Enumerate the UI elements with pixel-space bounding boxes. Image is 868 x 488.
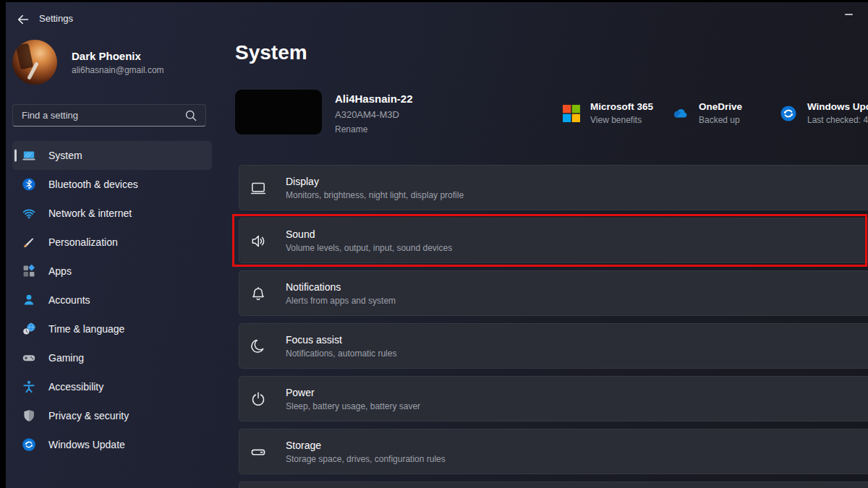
sidebar-item-personalization[interactable]: Personalization: [12, 228, 212, 257]
personalization-icon: [22, 235, 36, 249]
settings-row-display[interactable]: Display Monitors, brightness, night ligh…: [239, 165, 868, 210]
search-input[interactable]: [13, 110, 184, 121]
settings-row-title: Notifications: [286, 281, 396, 293]
header-link-microsoft-365[interactable]: Microsoft 365 View benefits: [563, 101, 653, 125]
settings-window: Settings Dark Phoenix ali6hasnain@gmail.…: [6, 2, 868, 488]
settings-row-title: Power: [286, 387, 420, 398]
profile-email: ali6hasnain@gmail.com: [72, 65, 164, 75]
settings-row-notifications[interactable]: Notifications Alerts from apps and syste…: [239, 270, 868, 316]
focus-assist-row-icon: [250, 338, 267, 355]
back-arrow-icon: [16, 12, 30, 27]
sidebar-item-label: Apps: [48, 265, 72, 277]
settings-row-partial[interactable]: [239, 481, 868, 488]
settings-row-title: Sound: [286, 228, 452, 240]
settings-row-subtitle: Storage space, drives, configuration rul…: [286, 454, 446, 464]
sidebar-item-windows-update[interactable]: Windows Update: [12, 430, 212, 459]
onedrive-icon: [671, 105, 689, 122]
bluetooth-icon: [22, 177, 36, 192]
sidebar-item-label: Network & internet: [48, 207, 132, 219]
sidebar-item-label: Time & language: [48, 323, 124, 335]
settings-row-title: Display: [286, 176, 464, 187]
sidebar-item-gaming[interactable]: Gaming: [12, 343, 212, 372]
notifications-row-icon: [250, 285, 267, 302]
settings-row-subtitle: Alerts from apps and system: [286, 296, 396, 306]
storage-row-icon: [250, 443, 267, 461]
settings-row-subtitle: Notifications, automatic rules: [286, 348, 396, 359]
profile-name: Dark Phoenix: [72, 50, 164, 62]
apps-icon: [22, 264, 36, 278]
accessibility-icon: [22, 380, 36, 394]
header-link-subtitle: Backed up: [699, 115, 742, 125]
header-link-subtitle: View benefits: [590, 115, 653, 125]
search-box[interactable]: [12, 104, 206, 127]
settings-row-power[interactable]: Power Sleep, battery usage, battery save…: [239, 376, 868, 421]
minimize-icon: [845, 14, 853, 15]
header-link-title: Microsoft 365: [590, 101, 653, 112]
sidebar-item-label: System: [48, 150, 82, 161]
power-row-icon: [250, 390, 267, 408]
settings-row-subtitle: Volume levels, output, input, sound devi…: [286, 243, 452, 253]
sidebar-item-accessibility[interactable]: Accessibility: [12, 372, 212, 401]
settings-row-title: Storage: [286, 440, 446, 451]
settings-row-subtitle: Monitors, brightness, night light, displ…: [286, 190, 464, 200]
accounts-icon: [22, 293, 36, 307]
avatar: [12, 40, 57, 85]
sidebar-item-label: Accounts: [48, 294, 90, 306]
app-title: Settings: [39, 13, 73, 24]
page-title: System: [235, 41, 307, 64]
sound-row-icon: [250, 232, 267, 249]
selection-indicator: [14, 150, 17, 162]
search-icon: [184, 108, 198, 123]
minimize-button[interactable]: [833, 5, 864, 24]
sidebar-nav: System Bluetooth & devices Network & int…: [12, 141, 212, 459]
settings-row-storage[interactable]: Storage Storage space, drives, configura…: [239, 429, 868, 474]
device-header: Ali4Hasnain-22 A320AM4-M3D Rename: [235, 90, 413, 134]
windows-update-icon: [780, 105, 797, 122]
user-profile[interactable]: Dark Phoenix ali6hasnain@gmail.com: [12, 40, 164, 85]
gaming-icon: [22, 351, 36, 365]
sidebar-item-time-and-language[interactable]: Time & language: [12, 314, 212, 343]
sidebar-item-label: Personalization: [48, 236, 118, 248]
header-link-onedrive[interactable]: OneDrive Backed up: [671, 101, 742, 125]
header-link-subtitle: Last checked: 4: [807, 115, 868, 125]
sidebar-item-privacy-and-security[interactable]: Privacy & security: [12, 401, 212, 430]
sidebar-item-label: Gaming: [48, 352, 84, 364]
sidebar-item-label: Windows Update: [48, 439, 125, 450]
sidebar-item-label: Privacy & security: [48, 410, 129, 421]
back-button[interactable]: [13, 9, 33, 30]
sidebar-item-label: Bluetooth & devices: [48, 179, 138, 190]
settings-row-title: Focus assist: [286, 334, 396, 346]
device-model: A320AM4-M3D: [335, 109, 413, 120]
sidebar-item-apps[interactable]: Apps: [12, 257, 212, 286]
sidebar-item-bluetooth-and-devices[interactable]: Bluetooth & devices: [12, 170, 212, 199]
rename-link[interactable]: Rename: [335, 124, 413, 134]
time-language-icon: [22, 322, 36, 336]
device-image: [235, 90, 322, 134]
settings-row-subtitle: Sleep, battery usage, battery saver: [286, 401, 420, 411]
header-link-title: Windows Update: [807, 101, 868, 112]
network-icon: [22, 206, 36, 221]
sidebar-item-accounts[interactable]: Accounts: [12, 286, 212, 314]
settings-list: Display Monitors, brightness, night ligh…: [239, 165, 868, 488]
sidebar-item-network-and-internet[interactable]: Network & internet: [12, 199, 212, 228]
system-icon: [22, 148, 36, 163]
sidebar-item-system[interactable]: System: [12, 141, 212, 170]
device-name: Ali4Hasnain-22: [335, 93, 413, 105]
header-link-title: OneDrive: [699, 101, 742, 112]
microsoft-365-icon: [563, 105, 580, 122]
sidebar-item-label: Accessibility: [48, 381, 103, 393]
windows-update-icon: [22, 437, 36, 452]
header-link-windows-update[interactable]: Windows Update Last checked: 4: [780, 101, 868, 125]
display-row-icon: [250, 179, 267, 197]
settings-row-focus-assist[interactable]: Focus assist Notifications, automatic ru…: [239, 323, 868, 369]
privacy-security-icon: [22, 408, 36, 423]
settings-row-sound[interactable]: Sound Volume levels, output, input, soun…: [239, 218, 868, 263]
